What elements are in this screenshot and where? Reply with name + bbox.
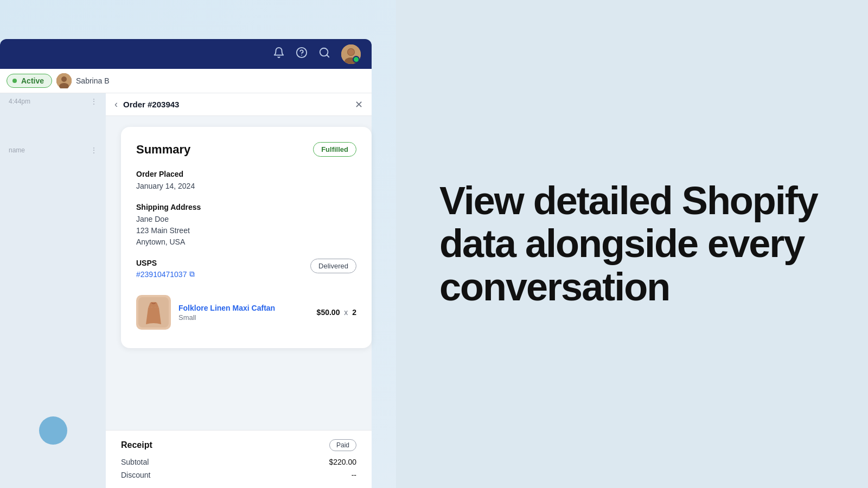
- summary-title: Summary: [136, 143, 190, 157]
- fulfilled-badge: Fulfilled: [313, 142, 356, 157]
- product-price-amount: $50.00: [317, 308, 340, 317]
- delivered-badge: Delivered: [310, 259, 356, 273]
- avatar[interactable]: [341, 44, 361, 64]
- active-tab-label: Active: [21, 76, 44, 85]
- chat-panel: Active Sabrina B 4:44pm ⋮ name ⋮: [0, 69, 372, 488]
- product-info: Folklore Linen Maxi Caftan Small: [178, 304, 309, 322]
- shipping-line2: 123 Main Street: [136, 225, 356, 236]
- sidebar-row-1: 4:44pm ⋮: [0, 93, 106, 110]
- discount-label: Discount: [121, 471, 150, 479]
- product-variant: Small: [178, 313, 309, 322]
- copy-icon[interactable]: ⧉: [189, 269, 195, 279]
- shipping-label: Shipping Address: [136, 203, 356, 211]
- receipt-header: Receipt Paid: [121, 439, 356, 451]
- user-avatar: [56, 73, 72, 88]
- sidebar-name-2: name: [9, 146, 25, 154]
- order-placed-label: Order Placed: [136, 170, 356, 178]
- sidebar-dots-1[interactable]: ⋮: [91, 98, 97, 105]
- order-placed-section: Order Placed January 14, 2024: [136, 170, 356, 192]
- discount-value: --: [352, 471, 356, 479]
- shipping-address: Jane Doe 123 Main Street Anytown, USA: [136, 214, 356, 248]
- paid-badge: Paid: [329, 439, 356, 451]
- receipt-title: Receipt: [121, 440, 152, 450]
- close-button[interactable]: ✕: [355, 99, 363, 111]
- product-price: $50.00 x 2: [317, 308, 356, 317]
- shipping-section: Shipping Address Jane Doe 123 Main Stree…: [136, 203, 356, 248]
- shipping-line1: Jane Doe: [136, 214, 356, 225]
- help-icon[interactable]: [296, 47, 308, 61]
- sidebar-row-2: name ⋮: [0, 142, 106, 158]
- search-icon[interactable]: [318, 47, 330, 61]
- receipt-subtotal-row: Subtotal $220.00: [121, 458, 356, 466]
- avatar-circle: [39, 416, 67, 445]
- product-name[interactable]: Folklore Linen Maxi Caftan: [178, 304, 309, 312]
- receipt-section: Receipt Paid Subtotal $220.00 Discount -…: [106, 430, 372, 488]
- bell-icon[interactable]: [273, 47, 285, 61]
- usps-left: USPS #23910471037 ⧉: [136, 259, 195, 279]
- marketing-area: View detailed Shopify data alongside eve…: [396, 0, 868, 488]
- order-summary-card: Summary Fulfilled Order Placed January 1…: [121, 127, 372, 348]
- sidebar: 4:44pm ⋮ name ⋮: [0, 93, 106, 488]
- active-dot: [12, 79, 17, 83]
- order-title: Order #203943: [123, 100, 349, 109]
- svg-point-9: [61, 76, 67, 82]
- usps-section: USPS #23910471037 ⧉ Delivered: [136, 259, 356, 279]
- top-nav: [0, 39, 372, 69]
- active-tab[interactable]: Active: [7, 74, 52, 88]
- svg-point-7: [348, 49, 354, 55]
- subtotal-label: Subtotal: [121, 458, 149, 466]
- sidebar-dots-2[interactable]: ⋮: [91, 146, 97, 154]
- carrier-label: USPS: [136, 259, 195, 267]
- svg-line-3: [327, 55, 329, 57]
- subtotal-value: $220.00: [329, 458, 356, 466]
- summary-header: Summary Fulfilled: [136, 142, 356, 157]
- user-tab-name: Sabrina B: [76, 76, 109, 85]
- sidebar-time-1: 4:44pm: [9, 98, 30, 105]
- tab-bar: Active Sabrina B: [0, 69, 372, 93]
- tracking-link[interactable]: #23910471037 ⧉: [136, 269, 195, 279]
- order-header: ‹ Order #203943 ✕: [106, 93, 372, 116]
- receipt-discount-row: Discount --: [121, 471, 356, 479]
- product-image: [136, 295, 171, 330]
- product-row: Folklore Linen Maxi Caftan Small $50.00 …: [136, 290, 356, 335]
- order-placed-date: January 14, 2024: [136, 181, 356, 192]
- back-button[interactable]: ‹: [114, 99, 118, 110]
- user-tab[interactable]: Sabrina B: [56, 73, 109, 88]
- tracking-number: #23910471037: [136, 270, 187, 279]
- marketing-headline: View detailed Shopify data alongside eve…: [439, 179, 825, 309]
- product-price-qty: 2: [352, 308, 356, 317]
- shipping-line3: Anytown, USA: [136, 236, 356, 248]
- product-price-separator: x: [344, 308, 350, 317]
